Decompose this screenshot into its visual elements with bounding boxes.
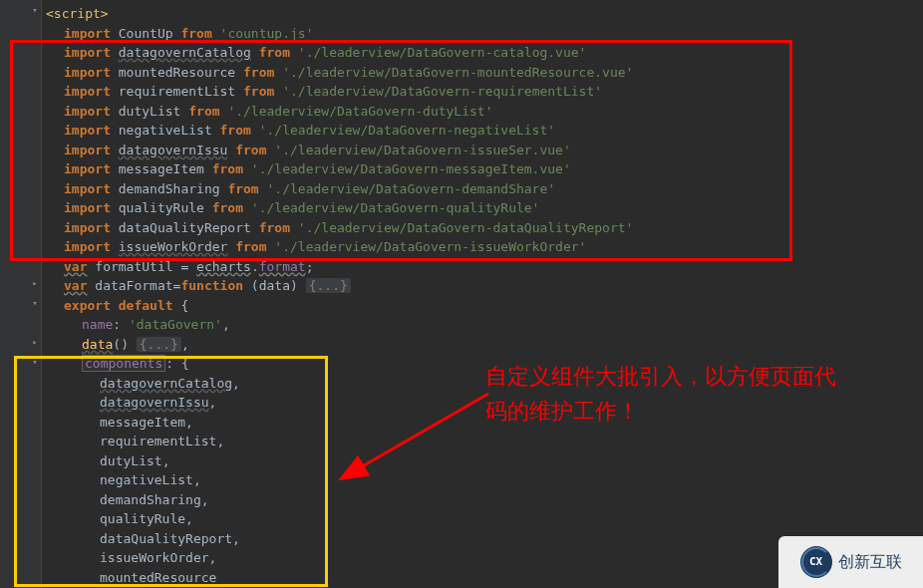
code-line: name: 'dataGovern', [42, 315, 923, 335]
code-line: import datagovernCatalog from './leaderv… [42, 43, 923, 63]
annotation-text: 自定义组件大批引入，以方便页面代 码的维护工作！ [485, 359, 836, 429]
code-line: requirementList, [42, 432, 923, 451]
code-line: var formatUtil = echarts.format; [42, 257, 923, 277]
code-line: negativeList, [42, 470, 923, 490]
code-line: qualityRule, [42, 509, 923, 529]
fold-marker[interactable]: ▸ [30, 338, 40, 348]
code-line: import dataQualityReport from './leaderv… [42, 218, 923, 238]
code-line: import demandSharing from './leaderview/… [42, 179, 923, 199]
code-fold[interactable]: {...} [137, 337, 181, 352]
fold-marker[interactable]: ▸ [30, 279, 40, 289]
code-line: import mountedResource from './leadervie… [42, 63, 923, 83]
code-fold[interactable]: {...} [306, 278, 351, 293]
code-line: import issueWorkOrder from './leaderview… [42, 237, 923, 257]
fold-marker[interactable]: ▾ [30, 358, 40, 368]
code-line: export default { [42, 296, 923, 316]
watermark: CX 创新互联 [778, 536, 923, 588]
watermark-text: 创新互联 [838, 552, 902, 572]
code-line: <script> [42, 4, 923, 24]
code-line: demandSharing, [42, 490, 923, 510]
code-line: import negativeList from './leaderview/D… [42, 121, 923, 141]
code-area: <script> import CountUp from 'countup.js… [42, 4, 923, 587]
code-line: import messageItem from './leaderview/Da… [42, 159, 923, 179]
fold-marker[interactable]: ▾ [30, 299, 40, 309]
fold-marker[interactable]: ▾ [30, 6, 40, 16]
code-line: import dutyList from './leaderview/DataG… [42, 102, 923, 122]
editor-gutter: ▾ ▸ ▾ ▸ ▾ [0, 0, 42, 588]
code-line: var dataFormat=function (data) {...} [42, 276, 923, 296]
code-line: import CountUp from 'countup.js' [42, 24, 923, 44]
code-line: data() {...}, [42, 335, 923, 355]
code-line: import qualityRule from './leaderview/Da… [42, 198, 923, 218]
code-line: import requirementList from './leadervie… [42, 82, 923, 102]
code-line: import datagovernIssu from './leaderview… [42, 141, 923, 160]
code-line: dutyList, [42, 451, 923, 471]
watermark-logo-icon: CX [800, 546, 832, 578]
